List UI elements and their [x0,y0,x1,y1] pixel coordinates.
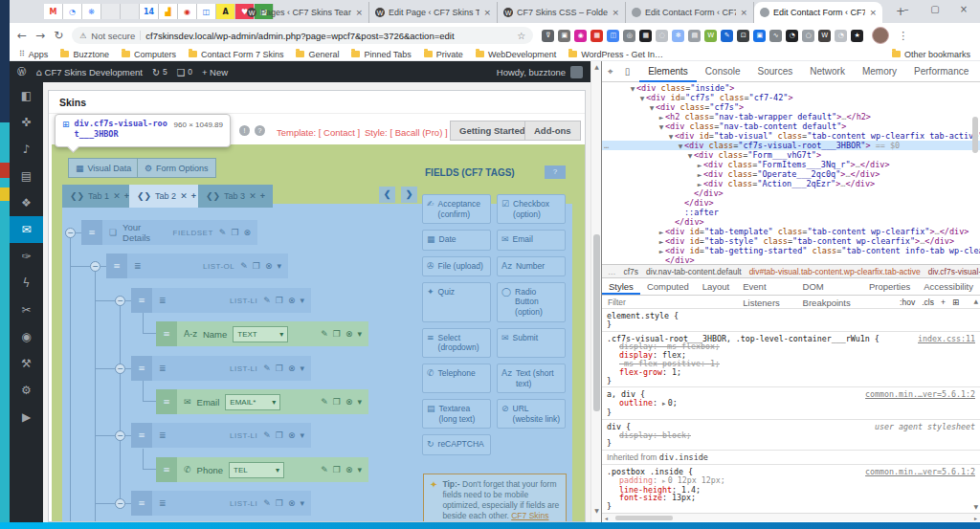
wordpress-ext-icon[interactable]: W [818,30,831,42]
sidebar-item-media[interactable]: ♪ [10,136,43,163]
capture-ext-icon[interactable]: ⊡ [737,30,749,42]
edit-icon[interactable]: ✎ [219,228,227,237]
tab-close-icon[interactable]: × [355,8,363,17]
field-button-email[interactable]: ✉Email [497,230,566,250]
wordpress-green-ext-icon[interactable]: W [704,30,717,42]
chevron-down-icon[interactable]: ▾ [300,364,304,373]
chevron-down-icon[interactable]: ▾ [300,296,304,305]
flower-icon[interactable]: ❋ [82,4,101,19]
tab-close-icon[interactable]: × [869,8,877,17]
edit-icon[interactable]: ✎ [321,397,328,407]
swoosh-ext-icon[interactable]: ∿ [769,30,782,42]
back-icon[interactable]: ← [17,29,27,42]
tree-row-field-name[interactable]: ≡A-zNameTEXT▾✎❐⊗▾ [156,321,368,346]
clock-icon[interactable]: ◔ [63,4,82,19]
bookmark-folder[interactable]: Private [424,50,463,59]
rule-selector[interactable]: element.style { [607,312,975,320]
drag-handle[interactable]: ≡ [131,423,152,448]
css-property[interactable]: padding: ▸ 0 12px 12px; [607,476,975,486]
field-button-select[interactable]: ≡Select (dropdown) [422,328,491,358]
tab-close-icon[interactable]: × [483,8,491,17]
devtools-tab-elements[interactable]: Elements [639,61,697,82]
drag-handle[interactable]: ≡ [156,457,177,482]
dom-node[interactable]: ▼<div class="nav-tab-content default"> [602,121,980,131]
bookmark-folder[interactable]: Computers [122,50,176,59]
browser-tab[interactable]: WCF7 Skins CSS – Folders & File× [498,2,626,23]
tree-row-list-li[interactable]: ≡≣LIST-LI✎❐⊗▾ [131,288,311,313]
chevron-down-icon[interactable]: ▾ [357,397,362,407]
sidebar-item-comments[interactable]: ❖ [10,189,43,216]
delete-icon[interactable]: ⊗ [288,430,296,440]
tab-close-icon[interactable]: × [612,8,619,17]
copy-icon[interactable]: ❐ [333,397,341,407]
tab-add-icon[interactable]: + [260,191,265,201]
copy-icon[interactable]: ❐ [253,261,260,271]
stylesheet-link[interactable]: common.min.…ver=5.6.1:2 [865,468,975,476]
collapse-toggle[interactable]: − [115,296,125,306]
howdy-label[interactable]: Howdy, buzztone [497,67,566,77]
pocket-ext-icon[interactable]: ⊽ [542,30,554,42]
new-rule-button[interactable]: + [941,298,946,307]
snowflake-ext-icon[interactable]: ✻ [672,30,684,42]
browser-tab[interactable]: WPages ‹ CF7 Skins Team — Wo× [241,2,369,23]
devtools-tab-memory[interactable]: Memory [854,61,905,82]
inherited-target[interactable]: div.inside [659,452,708,462]
tab-close-icon[interactable]: ✕ [180,191,188,201]
chevron-down-icon[interactable]: ▾ [300,430,304,440]
styles-tab-properties[interactable]: Properties [862,278,917,295]
field-button-quiz[interactable]: ✦Quiz [422,282,491,322]
visual-data-button[interactable]: ▦ Visual Data [68,158,139,178]
tabs-prev-button[interactable]: ❮ [379,187,395,203]
styles-tab-layout[interactable]: Layout [696,278,737,295]
clock-light-ext-icon[interactable]: ◔ [835,30,847,42]
camera-ext-icon[interactable]: ▣ [558,30,570,42]
device-toolbar-icon[interactable]: ▯ [619,66,636,77]
copy-icon[interactable]: ❐ [231,228,238,237]
breadcrumb-item[interactable]: div.nav-tab-content.default [646,267,742,276]
css-property[interactable]: display: block; [607,431,975,440]
star-dark-ext-icon[interactable]: ★ [851,30,863,42]
collapse-toggle[interactable]: − [115,498,125,509]
chevron-down-icon[interactable]: ▾ [357,465,362,474]
drag-handle[interactable]: ≡ [131,288,152,313]
tree-row-list-li[interactable]: ≡≣LIST-LI✎❐⊗▾ [131,491,311,516]
dom-node[interactable]: ►<h2 class="nav-tab-wrapper default">…</… [602,112,980,121]
wordpress-logo-icon[interactable]: Ⓦ [17,66,27,78]
delete-icon[interactable]: ⊗ [243,228,251,237]
bookmark-star-icon[interactable]: ☆ [517,31,525,41]
tab-add-ons[interactable]: Add-ons [524,121,581,141]
edit-icon[interactable]: ✎ [263,364,271,373]
scroll-left-icon[interactable]: ◂ [605,514,608,522]
collapse-toggle[interactable]: − [65,228,76,238]
chevron-down-icon[interactable]: ▾ [300,498,304,508]
forward-icon[interactable]: → [35,29,45,42]
delete-icon[interactable]: ⊗ [288,498,296,508]
delete-icon[interactable]: ⊗ [345,329,353,339]
hover-toggle[interactable]: :hov [900,298,915,307]
editor-tab-1[interactable]: ❮❯Tab 1✕+ [62,185,137,208]
tab-getting-started[interactable]: Getting Started [450,121,535,141]
tab-add-icon[interactable]: + [191,191,196,201]
panel-layout-icon[interactable]: ⊞ [952,298,959,307]
reload-icon[interactable]: ↻ [54,29,63,42]
delete-icon[interactable]: ⊗ [288,364,296,373]
browser-tab[interactable]: Edit Contact Form ‹ CF7 Skins× [754,2,882,23]
blue-box-ext-icon[interactable]: ▣ [753,30,766,42]
instagram-ext-icon[interactable]: ◉ [574,30,587,42]
sidebar-item-users[interactable]: ◉ [10,323,43,350]
docs-icon[interactable]: ◫ [197,4,216,19]
dom-node[interactable]: ▼<div id="tab-visual" class="tab-content… [602,131,980,141]
field-button-url[interactable]: ⊘URL (website link) [497,399,566,429]
stylesheet-link[interactable]: user agent stylesheet [875,423,975,431]
dom-node[interactable]: ::after [602,208,980,217]
calendar-icon[interactable]: 14 [140,4,159,19]
devtools-tab-sources[interactable]: Sources [749,61,802,82]
css-property[interactable]: flex-grow: 1; [607,368,975,377]
dom-node[interactable]: ►<div class="Action___2qEzr">…</div> [602,179,980,188]
chevron-down-icon[interactable]: ▾ [277,261,281,271]
bookmark-folder[interactable]: General [296,50,339,59]
class-toggle[interactable]: .cls [922,298,934,307]
elements-scrollbar[interactable] [971,82,979,264]
fields-help-button[interactable]: ? [545,165,566,179]
form-options-button[interactable]: ⚙ Form Options [137,158,216,178]
